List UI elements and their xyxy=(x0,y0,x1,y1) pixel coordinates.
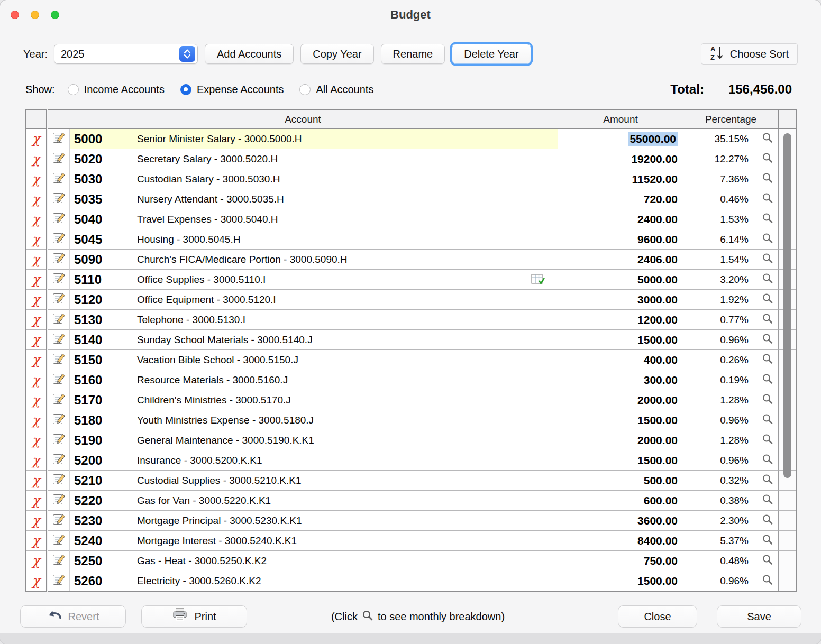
edit-cell[interactable] xyxy=(48,250,69,270)
minimize-window-button[interactable] xyxy=(31,11,39,19)
edit-icon[interactable] xyxy=(52,272,66,287)
table-row[interactable]: 5150 Vacation Bible School - 3000.5150.J… xyxy=(48,350,796,370)
edit-icon[interactable] xyxy=(52,493,66,508)
edit-cell[interactable] xyxy=(48,571,69,591)
delete-row-cell[interactable]: χ xyxy=(26,290,46,310)
delete-x-icon[interactable]: χ xyxy=(32,293,40,306)
delete-row-cell[interactable]: χ xyxy=(26,471,46,491)
edit-icon[interactable] xyxy=(52,433,66,448)
amount-cell[interactable]: 400.00 xyxy=(558,350,683,370)
edit-cell[interactable] xyxy=(48,330,69,350)
revert-button[interactable]: Revert xyxy=(20,605,126,628)
delete-row-cell[interactable]: χ xyxy=(26,410,46,430)
delete-row-cell[interactable]: χ xyxy=(26,511,46,531)
edit-cell[interactable] xyxy=(48,370,69,390)
copy-year-button[interactable]: Copy Year xyxy=(300,44,373,64)
edit-icon[interactable] xyxy=(52,332,66,347)
table-row[interactable]: 5260 Electricity - 3000.5260.K.K2 1500.0… xyxy=(48,571,796,591)
magnifier-icon[interactable] xyxy=(762,312,773,327)
amount-cell[interactable]: 2000.00 xyxy=(558,430,683,450)
magnifier-icon[interactable] xyxy=(762,533,773,548)
delete-row-cell[interactable]: χ xyxy=(26,129,46,149)
amount-cell[interactable]: 2000.00 xyxy=(558,390,683,410)
edit-cell[interactable] xyxy=(48,310,69,330)
magnifier-icon[interactable] xyxy=(762,413,773,427)
amount-cell[interactable]: 1500.00 xyxy=(558,450,683,471)
edit-icon[interactable] xyxy=(52,533,66,548)
print-button[interactable]: Print xyxy=(141,605,247,628)
table-row[interactable]: 5160 Resource Materials - 3000.5160.J 30… xyxy=(48,370,796,390)
close-window-button[interactable] xyxy=(11,11,19,19)
magnifier-icon[interactable] xyxy=(762,212,773,226)
delete-row-cell[interactable]: χ xyxy=(26,229,46,250)
magnifier-icon[interactable] xyxy=(762,554,773,568)
amount-cell[interactable]: 11520.00 xyxy=(558,169,683,189)
scrollbar-track-cell[interactable] xyxy=(778,571,796,591)
magnifier-icon[interactable] xyxy=(762,473,773,487)
delete-row-cell[interactable]: χ xyxy=(26,551,46,571)
delete-row-cell[interactable]: χ xyxy=(26,370,46,390)
delete-row-cell[interactable]: χ xyxy=(26,189,46,209)
edit-icon[interactable] xyxy=(52,412,66,428)
magnifier-icon[interactable] xyxy=(762,453,773,467)
delete-row-cell[interactable]: χ xyxy=(26,531,46,551)
edit-cell[interactable] xyxy=(48,169,69,189)
edit-cell[interactable] xyxy=(48,551,69,571)
edit-cell[interactable] xyxy=(48,129,69,149)
table-row[interactable]: 5035 Nursery Attendant - 3000.5035.H 720… xyxy=(48,189,796,209)
delete-x-icon[interactable]: χ xyxy=(32,253,40,266)
edit-icon[interactable] xyxy=(52,352,66,367)
edit-cell[interactable] xyxy=(48,290,69,310)
magnifier-icon[interactable] xyxy=(762,232,773,246)
table-row[interactable]: 5090 Church's FICA/Medicare Portion - 30… xyxy=(48,250,796,270)
scrollbar-track-cell[interactable] xyxy=(778,531,796,551)
delete-row-cell[interactable]: χ xyxy=(26,270,46,290)
edit-icon[interactable] xyxy=(52,573,66,588)
table-row[interactable]: 5230 Mortgage Principal - 3000.5230.K.K1… xyxy=(48,511,796,531)
table-row[interactable]: 5140 Sunday School Materials - 3000.5140… xyxy=(48,330,796,350)
edit-icon[interactable] xyxy=(52,473,66,488)
table-row[interactable]: 5045 Housing - 3000.5045.H 9600.00 6.14% xyxy=(48,229,796,250)
amount-cell[interactable]: 600.00 xyxy=(558,491,683,511)
magnifier-icon[interactable] xyxy=(762,433,773,447)
radio-expense-accounts[interactable]: Expense Accounts xyxy=(180,84,284,96)
delete-x-icon[interactable]: χ xyxy=(32,353,40,366)
edit-cell[interactable] xyxy=(48,350,69,370)
delete-row-cell[interactable]: χ xyxy=(26,571,46,591)
delete-row-cell[interactable]: χ xyxy=(26,250,46,270)
delete-row-cell[interactable]: χ xyxy=(26,310,46,330)
amount-cell[interactable]: 2400.00 xyxy=(558,209,683,229)
edit-icon[interactable] xyxy=(52,252,66,267)
magnifier-icon[interactable] xyxy=(762,272,773,287)
magnifier-icon[interactable] xyxy=(762,493,773,508)
delete-row-cell[interactable]: χ xyxy=(26,430,46,450)
magnifier-icon[interactable] xyxy=(762,373,773,387)
delete-x-icon[interactable]: χ xyxy=(32,273,40,286)
delete-x-icon[interactable]: χ xyxy=(32,213,40,226)
edit-icon[interactable] xyxy=(52,392,66,408)
table-row[interactable]: 5170 Children's Ministries - 3000.5170.J… xyxy=(48,390,796,410)
edit-icon[interactable] xyxy=(52,151,66,167)
amount-cell[interactable]: 19200.00 xyxy=(558,149,683,169)
edit-cell[interactable] xyxy=(48,450,69,471)
amount-cell[interactable]: 1500.00 xyxy=(558,330,683,350)
edit-icon[interactable] xyxy=(52,553,66,568)
delete-x-icon[interactable]: χ xyxy=(32,132,40,145)
table-row[interactable]: 5030 Custodian Salary - 3000.5030.H 1152… xyxy=(48,169,796,189)
scrollbar-track-cell[interactable] xyxy=(778,491,796,511)
table-row[interactable]: 5020 Secretary Salary - 3000.5020.H 1920… xyxy=(48,149,796,169)
scrollbar-track-cell[interactable] xyxy=(778,551,796,571)
year-select[interactable]: 2025 xyxy=(54,44,198,64)
amount-cell[interactable]: 55000.00 xyxy=(558,129,683,149)
delete-x-icon[interactable]: χ xyxy=(32,393,40,407)
amount-cell[interactable]: 3000.00 xyxy=(558,290,683,310)
zoom-window-button[interactable] xyxy=(51,11,59,19)
amount-cell[interactable]: 300.00 xyxy=(558,370,683,390)
magnifier-icon[interactable] xyxy=(762,252,773,266)
table-row[interactable]: 5000 Senior Minister Salary - 3000.5000.… xyxy=(48,129,796,149)
delete-x-icon[interactable]: χ xyxy=(32,233,40,246)
delete-row-cell[interactable]: χ xyxy=(26,350,46,370)
magnifier-icon[interactable] xyxy=(762,333,773,347)
delete-x-icon[interactable]: χ xyxy=(32,434,40,447)
delete-x-icon[interactable]: χ xyxy=(32,373,40,387)
